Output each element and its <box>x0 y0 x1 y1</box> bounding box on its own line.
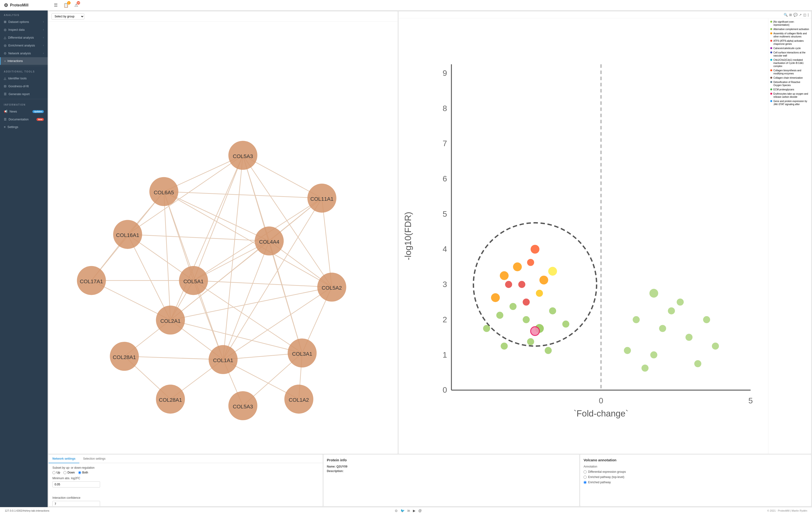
youtube-icon[interactable]: ▶ <box>413 509 415 513</box>
notification-button-1[interactable]: 📋 2 <box>62 2 69 9</box>
doc2-icon: ☰ <box>4 117 7 121</box>
chevron-icon: ‹ <box>43 21 44 23</box>
svg-point-91 <box>633 316 640 323</box>
legend-item: Chk1/Chk2(Cds1) mediated inactivation of… <box>770 58 809 68</box>
legend-item: Calnexin/calreticulin cycle <box>770 47 809 50</box>
annotation-radio-2[interactable]: Enriched pathway (top-level) <box>583 476 808 479</box>
svg-point-74 <box>483 325 490 332</box>
svg-line-9 <box>164 192 322 198</box>
sidebar-label-interactions: Interactions <box>7 59 23 63</box>
chevron-icon: ‹ <box>43 28 44 31</box>
node-label-col1a2: COL1A2 <box>289 397 309 403</box>
comment-button[interactable]: 💬 <box>793 13 798 17</box>
sidebar-item-settings[interactable]: ≡ Settings <box>0 123 48 131</box>
export-button[interactable]: ↗ <box>799 13 802 17</box>
legend-item: Erythrocytes take up oxygen and release … <box>770 92 809 99</box>
bottom-row: Network settings Selection settings Subs… <box>48 455 812 507</box>
node-label-col5a1: COL5A1 <box>183 278 204 285</box>
sidebar-label-differential-analysis: Differential analysis <box>8 36 34 39</box>
grid-button[interactable]: ⊞ <box>789 13 792 17</box>
sidebar-item-network-analysis[interactable]: ⊙ Network analysis ‹ <box>0 49 48 57</box>
svg-text:2: 2 <box>442 315 447 324</box>
analysis-section-title: ANALYSIS <box>0 10 48 18</box>
sidebar-item-identifier-tools[interactable]: △ Identifier tools <box>0 74 48 82</box>
legend-item: Collagen chain trimerization <box>770 76 809 79</box>
svg-line-11 <box>164 192 269 241</box>
tab-network-settings[interactable]: Network settings <box>49 455 79 463</box>
volcano-panel: 🔍 ⊞ 💬 ↗ ◫ | <box>399 11 811 454</box>
node-label-col28a1b: COL28A1 <box>159 397 182 403</box>
sidebar-label-identifier-tools: Identifier tools <box>8 77 27 80</box>
svg-line-22 <box>128 234 269 241</box>
annotation-radio-2-label: Enriched pathway (top-level) <box>588 476 624 479</box>
information-section-title: INFORMATION <box>0 100 48 108</box>
group-select[interactable]: Select by group Group 1 Group 2 <box>52 13 84 20</box>
legend-item: [No significant over-representation] <box>770 20 809 26</box>
network-canvas: COL5A3 COL6A5 COL11A1 COL16A1 COL4A4 COL… <box>49 22 398 454</box>
badge-1: 2 <box>67 1 70 4</box>
chevron-icon: ‹ <box>43 36 44 39</box>
documentation-badge: New <box>36 118 44 121</box>
svg-point-87 <box>505 281 512 288</box>
legend-label: Erythrocytes take up oxygen and release … <box>774 92 809 99</box>
radio-up[interactable]: Up <box>52 471 60 474</box>
svg-line-4 <box>194 156 243 280</box>
svg-point-88 <box>523 298 530 306</box>
logo-icon: ⚙ <box>4 2 8 8</box>
svg-point-100 <box>712 343 719 350</box>
radio-down[interactable]: Down <box>63 471 75 474</box>
annotation-radio-1[interactable]: Differential expression groups <box>583 470 808 474</box>
legend-color <box>770 88 772 90</box>
sidebar-item-interactions[interactable]: › Interactions <box>0 57 48 65</box>
annotation-radio-3-label: Enriched pathway <box>588 481 611 484</box>
svg-text:9: 9 <box>442 69 447 78</box>
legend-color <box>770 59 772 61</box>
hamburger-button[interactable]: ☰ <box>53 2 59 9</box>
node-label-col2a1: COL2A1 <box>161 318 181 324</box>
svg-point-70 <box>523 316 530 323</box>
annotation-radio-3[interactable]: Enriched pathway <box>583 481 808 484</box>
notification-button-2[interactable]: ⚠ 30 <box>74 2 79 9</box>
legend-label: Collagen biosynthesis and modifying enzy… <box>774 69 809 75</box>
twitter-icon[interactable]: 🐦 <box>401 509 405 513</box>
panels-row: Select by group Group 1 Group 2 <box>48 10 812 455</box>
settings-tabs: Network settings Selection settings <box>49 455 323 463</box>
svg-text:6: 6 <box>442 174 447 183</box>
network-svg: COL5A3 COL6A5 COL11A1 COL16A1 COL4A4 COL… <box>49 22 398 454</box>
svg-text:`Fold-change`: `Fold-change` <box>574 409 628 418</box>
svg-point-77 <box>545 347 552 354</box>
svg-point-93 <box>677 298 684 306</box>
legend-label: [No significant over-representation] <box>774 20 809 26</box>
sidebar-item-dataset-options[interactable]: ⊞ Dataset options ‹ <box>0 18 48 26</box>
legend-color <box>770 77 772 79</box>
sidebar-item-goodness-of-fit[interactable]: ⊟ Goodness-of-fit <box>0 82 48 90</box>
node-label-col17a1: COL17A1 <box>80 278 103 285</box>
sidebar-label-goodness-of-fit: Goodness-of-fit <box>8 85 29 88</box>
linkedin-icon[interactable]: in <box>407 509 410 513</box>
sidebar-item-inspect-data[interactable]: ◎ Inspect data ‹ <box>0 26 48 34</box>
svg-line-7 <box>223 156 243 360</box>
sidebar-item-generate-report[interactable]: ☰ Generate report <box>0 90 48 98</box>
fullscreen-button[interactable]: ◫ <box>803 13 806 17</box>
legend-color <box>770 70 772 71</box>
tab-selection-settings[interactable]: Selection settings <box>79 455 109 463</box>
sidebar: ANALYSIS ⊞ Dataset options ‹ ◎ Inspect d… <box>0 10 48 507</box>
radio-both[interactable]: Both <box>78 471 88 474</box>
sidebar-item-enrichment-analysis[interactable]: ◎ Enrichment analysis ‹ <box>0 42 48 49</box>
node-label-col5a2: COL5A2 <box>322 285 342 291</box>
at-icon[interactable]: @ <box>418 509 422 513</box>
more-button[interactable]: | <box>808 13 809 17</box>
github-icon[interactable]: ⊙ <box>395 509 398 513</box>
svg-point-101 <box>531 327 540 335</box>
network-panel: Select by group Group 1 Group 2 <box>49 11 398 454</box>
sidebar-label-settings: Settings <box>7 126 18 129</box>
svg-point-69 <box>510 303 517 310</box>
zoom-button[interactable]: 🔍 <box>784 13 788 17</box>
sidebar-item-differential-analysis[interactable]: △ Differential analysis ‹ <box>0 34 48 42</box>
log2fc-input[interactable] <box>52 481 100 488</box>
sidebar-item-news[interactable]: 📢 News Updates <box>0 108 48 115</box>
sidebar-item-documentation[interactable]: ☰ Documentation New <box>0 115 48 123</box>
confidence-input[interactable] <box>52 501 100 506</box>
legend-color <box>770 52 772 53</box>
badge-2: 30 <box>77 1 80 4</box>
